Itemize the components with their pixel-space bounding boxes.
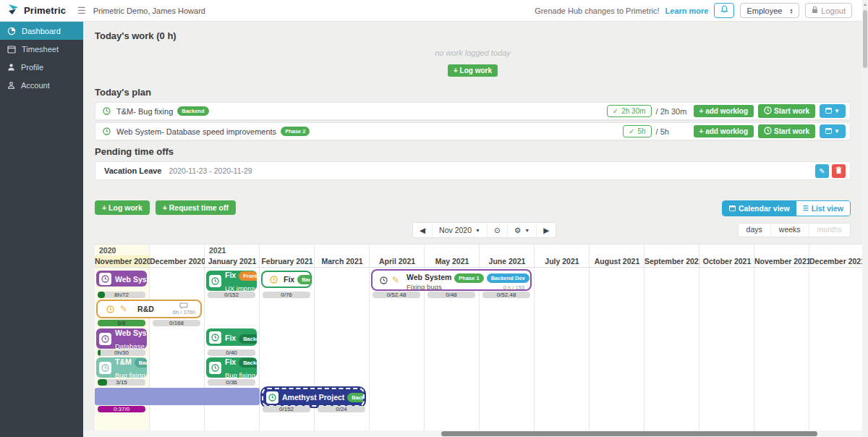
sidebar-item-label: Account [21, 81, 50, 90]
timeline-card[interactable]: FixBackend [206, 328, 257, 346]
sidebar-item-profile[interactable]: Profile [0, 58, 83, 76]
play-clock-icon [764, 106, 772, 116]
timeline-card[interactable]: FixFrontendUX improvements [206, 271, 257, 291]
list-view-button[interactable]: ☰ List view [796, 201, 850, 216]
chevron-down-icon: ▼ [834, 108, 840, 114]
progress-label: 0/152 [208, 292, 255, 298]
timeline-card[interactable]: ✎R&D6h / 176h [96, 300, 202, 318]
progress-label: 0/152 [263, 406, 310, 412]
progress-label: 8h/72 [98, 292, 145, 298]
main-content: Today's work (0 h) no work logged today … [83, 22, 862, 437]
timeline-card[interactable]: ✎Web SystemPhase 1Backend DevFixing bugs… [371, 269, 532, 291]
sidebar: DashboardTimesheetProfileAccount [0, 22, 83, 437]
logged-time-pill[interactable]: ✓5h [623, 125, 652, 137]
clock-icon [380, 276, 388, 284]
vertical-scrollbar-thumb[interactable] [863, 10, 867, 68]
todays-plan-title: Today's plan [95, 87, 862, 98]
progress-bar: 0/24 [318, 406, 365, 412]
sidebar-item-timesheet[interactable]: Timesheet [0, 40, 83, 58]
role-select[interactable]: Employee ▲▼ [740, 3, 799, 18]
menu-icon[interactable]: ☰ [77, 5, 86, 16]
start-work-button[interactable]: Start work [758, 104, 815, 118]
check-icon: ✓ [629, 127, 634, 135]
list-view-label: List view [812, 204, 843, 213]
timeline-card[interactable]: FixBackend [261, 271, 312, 288]
pending-timeoffs-title: Pending time offs [95, 146, 862, 157]
dashboard-icon [7, 27, 16, 35]
progress-bar: 0/52.48 [373, 292, 420, 298]
top-bar: Primetric ☰ Primetric Demo, James Howard… [0, 0, 862, 22]
card-badge: Backend [135, 358, 147, 368]
month-dropdown[interactable]: Nov 2020 ▼ [433, 223, 488, 237]
timeline-card[interactable]: Amethyst ProjectBackend [262, 388, 365, 407]
progress-bar: 0/168 [153, 320, 200, 326]
clock-icon [270, 276, 278, 284]
timeline-card[interactable]: FixBackendBug fixing [206, 357, 257, 378]
zoom-weeks-button[interactable]: weeks [771, 224, 809, 237]
role-select-value: Employee [746, 7, 782, 15]
log-work-button-center[interactable]: + Log work [448, 64, 498, 77]
timeline-month-header: April 2021 [370, 255, 425, 267]
delete-timeoff-button[interactable] [832, 164, 846, 178]
chevron-down-icon: ▼ [475, 228, 480, 233]
brand[interactable]: Primetric [0, 3, 76, 19]
list-icon: ☰ [803, 205, 809, 212]
schedule-dropdown-button[interactable]: ▼ [820, 104, 846, 118]
timeline-card[interactable]: T&MBackendBug fixing [96, 357, 147, 378]
sidebar-item-dashboard[interactable]: Dashboard [0, 22, 83, 40]
scroll-up-icon[interactable]: ▲ [862, 0, 868, 7]
logout-label: Logout [821, 7, 846, 15]
clock-icon [103, 127, 111, 135]
timeline-card[interactable]: Web SystemDatabase speed [96, 328, 147, 349]
gear-icon: ⚙ [514, 226, 521, 234]
request-timeoff-button[interactable]: + Request time off [156, 200, 236, 215]
edit-timeoff-button[interactable]: ✎ [815, 164, 829, 178]
start-work-button[interactable]: Start work [758, 124, 815, 138]
card-badge: Backend [347, 393, 365, 402]
logout-button[interactable]: Logout [805, 3, 852, 18]
progress-label: 0/48 [427, 292, 475, 298]
clock-icon [266, 391, 278, 404]
card-badge: Phase 1 [454, 273, 483, 283]
progress-bar: 0/36 [208, 379, 255, 386]
zoom-days-button[interactable]: days [739, 224, 771, 237]
zoom-months-button[interactable]: months [809, 224, 850, 237]
prev-month-button[interactable]: ◀ [413, 223, 433, 237]
progress-bar: 0h/30 [98, 349, 145, 356]
progress-label: 0/40 [208, 349, 255, 356]
progress-bar: 0/52.48 [482, 292, 530, 298]
today-target-button[interactable]: ⊙ [488, 223, 508, 237]
sidebar-item-account[interactable]: Account [0, 76, 83, 94]
plan-row: T&M- Bug fixingBackend✓2h 30m/ 2h 30m+ a… [95, 102, 851, 120]
timeline-month-header: January 2021 [205, 255, 260, 267]
progress-bar: 0/76 [263, 292, 310, 298]
clock-icon [99, 273, 111, 285]
log-work-button[interactable]: + Log work [95, 200, 150, 215]
allocation-bar[interactable] [95, 388, 260, 405]
learn-more-link[interactable]: Learn more [665, 7, 709, 15]
horizontal-scrollbar[interactable] [83, 430, 862, 437]
settings-dropdown-button[interactable]: ⚙ ▼ [508, 223, 537, 237]
timeline-month-header: October 2021 [699, 255, 754, 267]
notifications-button[interactable] [714, 3, 734, 18]
timeline-month-header: November 2021 [754, 255, 809, 267]
card-badge: Backend [239, 334, 257, 344]
horizontal-scrollbar-thumb[interactable] [441, 431, 817, 436]
progress-bar: 0/152 [208, 292, 255, 298]
next-month-button[interactable]: ▶ [537, 223, 556, 237]
progress-label: 0/76 [263, 292, 310, 298]
planned-time: / 2h 30m [656, 107, 689, 116]
progress-label: 0h/30 [98, 349, 145, 356]
add-worklog-button[interactable]: + add worklog [694, 125, 754, 137]
schedule-dropdown-button[interactable]: ▼ [820, 124, 846, 138]
progress-bar: 8h/72 [98, 292, 145, 298]
pencil-icon: ✎ [392, 275, 399, 285]
vertical-scrollbar[interactable]: ▲ [862, 0, 868, 437]
logged-time-pill[interactable]: ✓2h 30m [607, 105, 652, 117]
calendar-view-button[interactable]: Calendar view [723, 201, 796, 216]
timeline-card[interactable]: Web System [96, 271, 147, 287]
clock-icon [209, 275, 221, 287]
progress-label: 0:37/0 [98, 406, 145, 412]
add-worklog-button[interactable]: + add worklog [694, 105, 754, 117]
current-month-label: Nov 2020 [439, 226, 472, 234]
